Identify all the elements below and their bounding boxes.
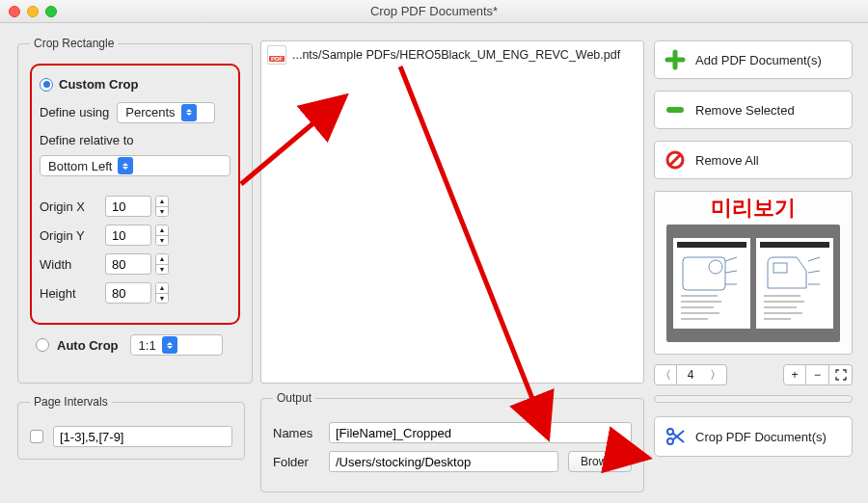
origin-y-input[interactable] [105,225,151,246]
names-input[interactable] [329,422,632,443]
chevron-updown-icon [118,157,133,174]
folder-input[interactable] [329,451,558,472]
zoom-in-button[interactable]: + [783,364,806,385]
origin-y-label: Origin Y [40,228,97,243]
custom-crop-label: Custom Crop [59,77,138,92]
crop-rectangle-legend: Crop Rectangle [30,37,118,50]
zoom-controls: + − [783,364,853,385]
chevron-updown-icon [162,336,177,354]
zoom-out-button[interactable]: − [806,364,829,385]
define-using-label: Define using [40,105,109,119]
page-nav: 〈 4 〉 [654,364,727,385]
origin-x-stepper[interactable]: ▲▼ [155,196,169,217]
auto-crop-ratio-select[interactable]: 1:1 [130,334,223,356]
window-title: Crop PDF Documents* [0,4,868,18]
width-stepper[interactable]: ▲▼ [155,253,169,275]
svg-rect-13 [773,263,787,273]
svg-line-6 [725,271,737,273]
width-input[interactable] [105,253,151,275]
prohibit-icon [665,149,686,171]
svg-rect-0 [666,107,684,113]
output-legend: Output [273,391,315,405]
page-number: 4 [677,364,704,385]
fullscreen-button[interactable] [829,364,853,385]
scissors-icon [665,426,686,447]
page-intervals-checkbox[interactable] [30,430,43,443]
minus-icon [665,99,686,120]
preview-pane: 미리보기 [654,191,853,355]
pdf-icon: PDF [267,45,286,65]
titlebar: Crop PDF Documents* [0,0,868,23]
svg-point-4 [709,260,722,274]
names-label: Names [273,426,319,440]
page-intervals-legend: Page Intervals [30,395,112,409]
next-page-button[interactable]: 〉 [704,364,727,385]
page-intervals-input[interactable] [53,426,232,447]
height-label: Height [40,286,97,301]
origin-x-input[interactable] [105,196,151,217]
svg-line-14 [808,257,820,261]
define-relative-select[interactable]: Bottom Left [40,155,231,176]
origin-y-stepper[interactable]: ▲▼ [155,225,169,246]
define-relative-label: Define relative to [40,133,231,147]
file-list[interactable]: PDF ...nts/Sample PDFs/HERO5Black_UM_ENG… [260,40,644,384]
chevron-updown-icon [181,104,197,121]
file-name: ...nts/Sample PDFs/HERO5Black_UM_ENG_REV… [292,48,620,62]
file-list-row[interactable]: PDF ...nts/Sample PDFs/HERO5Black_UM_ENG… [261,41,643,68]
height-stepper[interactable]: ▲▼ [155,282,169,304]
auto-crop-label: Auto Crop [57,338,119,353]
browse-button[interactable]: Browse [568,451,632,472]
origin-x-label: Origin X [40,199,97,214]
preview-scrollbar[interactable] [654,395,853,403]
custom-crop-radio[interactable] [40,78,53,92]
remove-selected-button[interactable]: Remove Selected [654,91,853,129]
crop-pdf-button[interactable]: Crop PDF Document(s) [654,416,853,457]
folder-label: Folder [273,455,319,469]
height-input[interactable] [105,282,151,304]
plus-icon [665,49,686,70]
svg-line-5 [725,257,737,261]
output-group: Output Names Folder Browse [260,391,644,492]
svg-line-2 [670,155,680,165]
preview-label: 미리보기 [655,194,852,223]
custom-crop-highlight: Custom Crop Define using Percents Define… [30,64,240,325]
define-using-select[interactable]: Percents [117,102,215,123]
svg-line-15 [808,271,820,273]
page-intervals-group: Page Intervals [17,395,245,460]
prev-page-button[interactable]: 〈 [654,364,677,385]
crop-rectangle-group: Crop Rectangle Custom Crop Define using … [17,37,253,384]
add-pdf-button[interactable]: Add PDF Document(s) [654,40,853,79]
auto-crop-radio[interactable] [36,338,49,352]
svg-rect-3 [683,257,725,290]
remove-all-button[interactable]: Remove All [654,141,853,179]
width-label: Width [40,257,97,272]
